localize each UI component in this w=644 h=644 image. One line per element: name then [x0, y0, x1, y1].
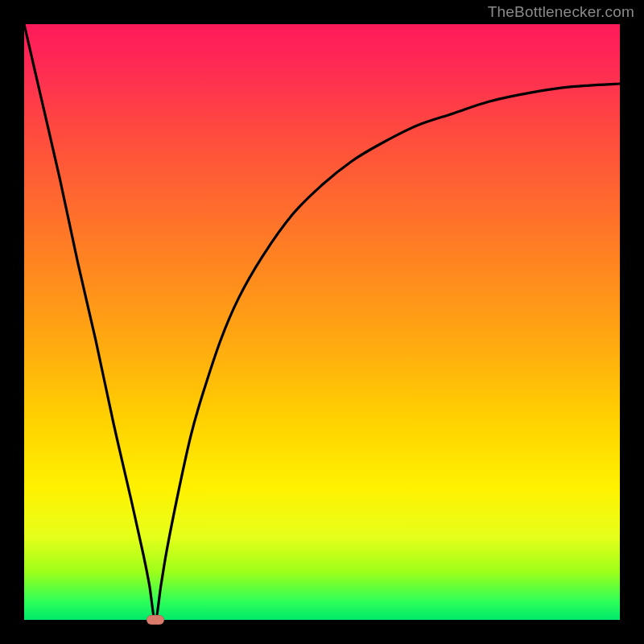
chart-frame: TheBottlenecker.com	[0, 0, 644, 644]
curve-svg	[24, 24, 620, 620]
watermark-text: TheBottlenecker.com	[488, 3, 634, 21]
minimum-marker	[147, 615, 164, 625]
plot-area	[24, 24, 620, 620]
bottleneck-curve-path	[24, 24, 620, 620]
